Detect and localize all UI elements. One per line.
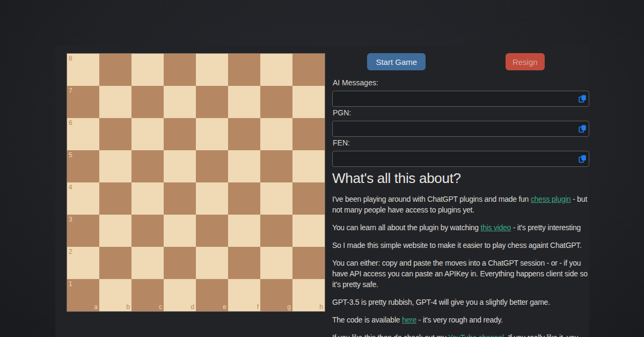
file-label-c: c — [159, 304, 162, 310]
about-paragraph: If you like this then do check out my Yo… — [332, 332, 589, 337]
board-square-h3[interactable] — [292, 215, 325, 247]
rank-label-1: 1 — [69, 281, 72, 287]
ai-messages-input-wrap — [332, 91, 589, 107]
board-square-h1[interactable]: h — [292, 279, 325, 311]
board-square-e1[interactable]: e — [196, 279, 228, 311]
pgn-copy-button[interactable] — [577, 124, 588, 134]
board-square-f3[interactable] — [228, 215, 260, 247]
chess-plugin-link[interactable]: chess plugin — [531, 195, 571, 203]
board-square-c8[interactable] — [131, 54, 164, 86]
pgn-input-wrap — [332, 121, 589, 137]
rank-label-3: 3 — [69, 216, 72, 223]
board-square-c1[interactable]: c — [131, 279, 164, 311]
board-square-e4[interactable] — [196, 182, 228, 215]
board-square-f6[interactable] — [228, 118, 260, 150]
board-square-e6[interactable] — [196, 118, 228, 150]
board-square-h5[interactable] — [292, 150, 325, 182]
board-square-f7[interactable] — [228, 86, 260, 118]
board-square-e7[interactable] — [196, 86, 228, 118]
board-square-e3[interactable] — [196, 215, 228, 247]
board-square-e2[interactable] — [196, 247, 228, 279]
board-square-g5[interactable] — [260, 150, 292, 182]
board-square-a6[interactable]: 6 — [67, 118, 99, 150]
ai-messages-input[interactable] — [332, 91, 589, 107]
board-square-c5[interactable] — [131, 150, 164, 182]
board-square-a4[interactable]: 4 — [67, 182, 99, 215]
board-square-b1[interactable]: b — [99, 279, 131, 311]
board-square-a5[interactable]: 5 — [67, 150, 99, 182]
board-square-c6[interactable] — [131, 118, 164, 150]
board-square-d6[interactable] — [164, 118, 196, 150]
fen-label: FEN: — [333, 138, 589, 148]
board-square-f5[interactable] — [228, 150, 260, 182]
board-square-a3[interactable]: 3 — [67, 215, 99, 247]
youtube-channel-link[interactable]: YouTube channel — [448, 333, 504, 337]
board-square-h8[interactable] — [292, 54, 325, 86]
copy-icon — [579, 125, 587, 133]
board-square-h2[interactable] — [292, 247, 325, 279]
this-video-link[interactable]: this video — [481, 223, 511, 232]
chess-board[interactable]: 87654321abcdefgh — [67, 53, 325, 312]
board-square-f4[interactable] — [228, 182, 260, 215]
here-link[interactable]: here — [402, 316, 416, 324]
board-square-c2[interactable] — [131, 247, 164, 279]
board-square-d3[interactable] — [164, 215, 196, 247]
board-square-g3[interactable] — [260, 215, 292, 247]
about-paragraph: GPT-3.5 is pretty rubbish, GPT-4 will gi… — [332, 297, 589, 307]
start-game-button[interactable]: Start Game — [367, 53, 426, 70]
board-square-c3[interactable] — [131, 215, 164, 247]
board-square-e8[interactable] — [196, 54, 228, 86]
board-square-g8[interactable] — [260, 54, 292, 86]
output-fields: AI Messages:PGN:FEN: — [332, 78, 589, 167]
board-square-d1[interactable]: d — [164, 279, 196, 311]
about-paragraph: I've been playing around with ChatGPT pl… — [332, 194, 589, 215]
board-square-f1[interactable]: f — [228, 279, 260, 311]
board-square-e5[interactable] — [196, 150, 228, 182]
board-square-b4[interactable] — [99, 182, 131, 215]
about-section: What's all this about? I've been playing… — [332, 170, 589, 337]
pgn-input[interactable] — [332, 121, 589, 137]
board-square-c7[interactable] — [131, 86, 164, 118]
board-square-h4[interactable] — [292, 182, 325, 215]
board-square-c4[interactable] — [131, 182, 164, 215]
board-square-g4[interactable] — [260, 182, 292, 215]
board-square-a2[interactable]: 2 — [67, 247, 99, 279]
board-square-d7[interactable] — [164, 86, 196, 118]
board-square-a7[interactable]: 7 — [67, 86, 99, 118]
board-square-h6[interactable] — [292, 118, 325, 150]
about-heading: What's all this about? — [332, 170, 589, 187]
about-paragraph: The code is available here - it's very r… — [332, 314, 589, 325]
about-paragraph: You can learn all about the plugin by wa… — [332, 222, 589, 233]
board-square-b3[interactable] — [99, 215, 131, 247]
board-square-b2[interactable] — [99, 247, 131, 279]
board-square-g2[interactable] — [260, 247, 292, 279]
resign-button-slot: Resign — [461, 53, 590, 70]
fen-input[interactable] — [332, 151, 589, 167]
board-square-g6[interactable] — [260, 118, 292, 150]
board-square-f8[interactable] — [228, 54, 260, 86]
board-square-f2[interactable] — [228, 247, 260, 279]
file-label-e: e — [223, 304, 226, 310]
rank-label-5: 5 — [69, 152, 72, 158]
copy-icon — [579, 95, 587, 103]
board-square-d5[interactable] — [164, 150, 196, 182]
about-paragraph: So I made this simple website to make it… — [332, 240, 589, 251]
board-square-a1[interactable]: 1a — [67, 279, 99, 311]
fen-copy-button[interactable] — [577, 154, 588, 164]
board-square-d2[interactable] — [164, 247, 196, 279]
rank-label-4: 4 — [69, 184, 72, 191]
ai-messages-label: AI Messages: — [333, 78, 589, 87]
board-square-d8[interactable] — [164, 54, 196, 86]
ai-messages-copy-button[interactable] — [577, 94, 588, 104]
board-square-b7[interactable] — [99, 86, 131, 118]
resign-button[interactable]: Resign — [506, 53, 545, 70]
board-square-b5[interactable] — [99, 150, 131, 182]
board-square-a8[interactable]: 8 — [67, 54, 99, 86]
board-square-b8[interactable] — [99, 54, 131, 86]
board-square-d4[interactable] — [164, 182, 196, 215]
board-square-g1[interactable]: g — [260, 279, 292, 311]
board-square-h7[interactable] — [292, 86, 325, 118]
board-square-b6[interactable] — [99, 118, 131, 150]
board-square-g7[interactable] — [260, 86, 292, 118]
button-row: Start Game Resign — [332, 53, 589, 70]
